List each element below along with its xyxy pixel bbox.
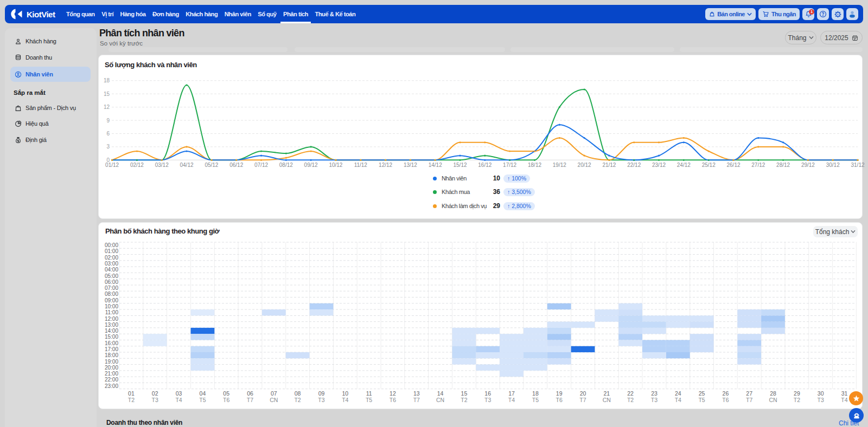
svg-text:T2: T2	[294, 397, 301, 403]
svg-text:22: 22	[627, 390, 634, 397]
svg-text:30: 30	[818, 390, 824, 397]
svg-text:T3: T3	[152, 397, 158, 403]
svg-text:13: 13	[413, 390, 420, 397]
svg-text:04:00: 04:00	[105, 267, 118, 273]
svg-text:23:00: 23:00	[105, 383, 118, 389]
svg-text:T6: T6	[556, 397, 563, 403]
svg-text:21:00: 21:00	[105, 371, 118, 377]
svg-text:28: 28	[770, 390, 776, 397]
svg-text:27: 27	[746, 390, 752, 397]
svg-text:CN: CN	[603, 397, 611, 403]
svg-text:05:00: 05:00	[105, 273, 118, 279]
svg-text:02:00: 02:00	[105, 255, 118, 261]
svg-text:T4: T4	[675, 397, 681, 403]
svg-text:02: 02	[152, 390, 158, 397]
svg-text:17:00: 17:00	[105, 346, 118, 352]
svg-text:06:00: 06:00	[105, 279, 118, 285]
svg-text:T2: T2	[461, 397, 467, 403]
svg-text:T4: T4	[342, 397, 348, 403]
svg-text:05: 05	[223, 390, 229, 397]
svg-text:18: 18	[532, 390, 539, 397]
svg-text:20:00: 20:00	[105, 365, 118, 371]
svg-text:19:00: 19:00	[105, 359, 118, 365]
svg-text:31: 31	[841, 390, 848, 397]
svg-text:CN: CN	[436, 397, 444, 403]
svg-text:T7: T7	[746, 397, 752, 403]
svg-text:T5: T5	[698, 397, 705, 403]
svg-text:CN: CN	[769, 397, 777, 403]
svg-text:14: 14	[437, 390, 444, 397]
svg-text:17: 17	[508, 390, 515, 397]
svg-text:07: 07	[271, 390, 277, 397]
svg-text:T7: T7	[247, 397, 253, 403]
svg-text:03: 03	[176, 390, 182, 397]
svg-text:01:00: 01:00	[105, 248, 118, 254]
svg-text:T2: T2	[794, 397, 800, 403]
svg-text:07:00: 07:00	[105, 285, 118, 291]
svg-text:13:00: 13:00	[105, 322, 118, 328]
svg-text:03:00: 03:00	[105, 261, 118, 267]
svg-text:16:00: 16:00	[105, 340, 118, 346]
svg-text:01: 01	[128, 390, 135, 397]
svg-text:20: 20	[580, 390, 586, 397]
svg-text:T5: T5	[366, 397, 372, 403]
svg-text:12:00: 12:00	[105, 316, 118, 322]
svg-text:21: 21	[603, 390, 610, 397]
svg-text:T3: T3	[318, 397, 324, 403]
svg-text:06: 06	[247, 390, 253, 397]
svg-text:15: 15	[461, 390, 468, 397]
svg-text:16: 16	[484, 390, 491, 397]
svg-text:T7: T7	[413, 397, 420, 403]
svg-text:T5: T5	[532, 397, 539, 403]
svg-text:23: 23	[651, 390, 658, 397]
svg-text:12: 12	[390, 390, 396, 397]
svg-text:CN: CN	[270, 397, 278, 403]
svg-text:04: 04	[200, 390, 206, 397]
svg-text:T2: T2	[627, 397, 634, 403]
svg-text:09:00: 09:00	[105, 297, 118, 303]
svg-text:08: 08	[295, 390, 301, 397]
svg-text:T6: T6	[390, 397, 396, 403]
svg-text:11: 11	[366, 390, 372, 397]
svg-text:29: 29	[794, 390, 800, 397]
svg-text:T6: T6	[722, 397, 729, 403]
svg-text:T3: T3	[484, 397, 491, 403]
svg-text:24: 24	[675, 390, 681, 397]
svg-text:T4: T4	[508, 397, 515, 403]
svg-text:11:00: 11:00	[105, 309, 119, 315]
svg-text:10:00: 10:00	[105, 303, 118, 309]
svg-text:09: 09	[318, 390, 325, 397]
svg-text:T3: T3	[818, 397, 824, 403]
svg-text:T4: T4	[841, 397, 847, 403]
svg-text:22:00: 22:00	[105, 377, 118, 383]
svg-text:T7: T7	[579, 397, 586, 403]
svg-text:26: 26	[723, 390, 729, 397]
svg-text:18:00: 18:00	[105, 352, 118, 358]
svg-text:10: 10	[342, 390, 348, 397]
svg-text:T6: T6	[223, 397, 229, 403]
svg-text:15:00: 15:00	[105, 334, 118, 340]
svg-text:19: 19	[556, 390, 563, 397]
svg-text:T5: T5	[199, 397, 206, 403]
svg-text:00:00: 00:00	[105, 242, 118, 248]
svg-text:14:00: 14:00	[105, 328, 118, 334]
svg-text:T4: T4	[175, 397, 182, 403]
svg-text:T3: T3	[651, 397, 658, 403]
svg-text:08:00: 08:00	[105, 291, 118, 297]
svg-text:T2: T2	[128, 397, 135, 403]
svg-text:25: 25	[699, 390, 705, 397]
